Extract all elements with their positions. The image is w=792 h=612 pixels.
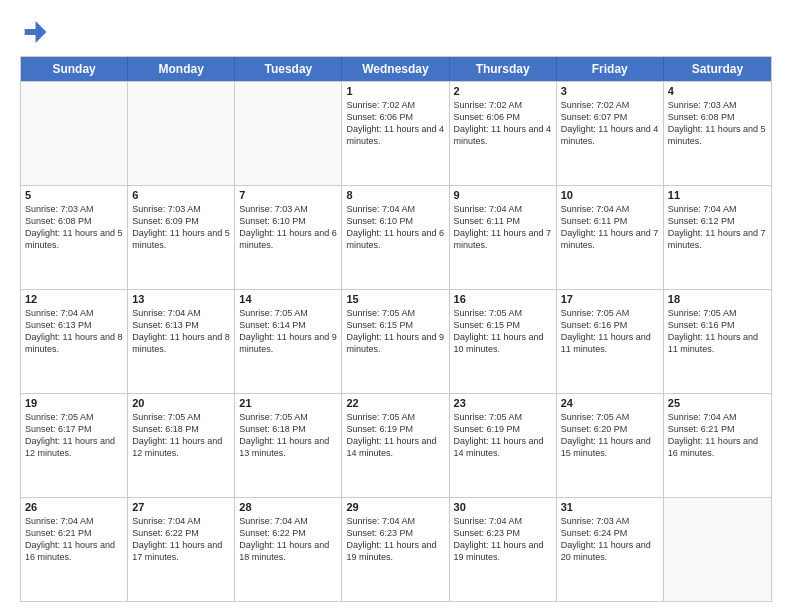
calendar-cell: 9Sunrise: 7:04 AM Sunset: 6:11 PM Daylig… [450, 186, 557, 289]
calendar-cell: 26Sunrise: 7:04 AM Sunset: 6:21 PM Dayli… [21, 498, 128, 601]
calendar: SundayMondayTuesdayWednesdayThursdayFrid… [20, 56, 772, 602]
day-number: 24 [561, 397, 659, 409]
calendar-cell [664, 498, 771, 601]
calendar-cell: 12Sunrise: 7:04 AM Sunset: 6:13 PM Dayli… [21, 290, 128, 393]
day-info: Sunrise: 7:04 AM Sunset: 6:13 PM Dayligh… [25, 307, 123, 356]
day-info: Sunrise: 7:04 AM Sunset: 6:10 PM Dayligh… [346, 203, 444, 252]
logo-icon [20, 18, 48, 46]
calendar-cell: 27Sunrise: 7:04 AM Sunset: 6:22 PM Dayli… [128, 498, 235, 601]
day-number: 8 [346, 189, 444, 201]
day-number: 30 [454, 501, 552, 513]
calendar-cell: 16Sunrise: 7:05 AM Sunset: 6:15 PM Dayli… [450, 290, 557, 393]
calendar-header: SundayMondayTuesdayWednesdayThursdayFrid… [21, 57, 771, 81]
calendar-row-2: 12Sunrise: 7:04 AM Sunset: 6:13 PM Dayli… [21, 289, 771, 393]
day-info: Sunrise: 7:02 AM Sunset: 6:06 PM Dayligh… [454, 99, 552, 148]
day-info: Sunrise: 7:04 AM Sunset: 6:11 PM Dayligh… [561, 203, 659, 252]
calendar-cell: 22Sunrise: 7:05 AM Sunset: 6:19 PM Dayli… [342, 394, 449, 497]
weekday-header-tuesday: Tuesday [235, 57, 342, 81]
day-number: 16 [454, 293, 552, 305]
day-info: Sunrise: 7:05 AM Sunset: 6:15 PM Dayligh… [454, 307, 552, 356]
calendar-body: 1Sunrise: 7:02 AM Sunset: 6:06 PM Daylig… [21, 81, 771, 601]
day-info: Sunrise: 7:04 AM Sunset: 6:22 PM Dayligh… [132, 515, 230, 564]
day-number: 18 [668, 293, 767, 305]
day-number: 3 [561, 85, 659, 97]
weekday-header-sunday: Sunday [21, 57, 128, 81]
weekday-header-saturday: Saturday [664, 57, 771, 81]
day-info: Sunrise: 7:04 AM Sunset: 6:23 PM Dayligh… [346, 515, 444, 564]
day-info: Sunrise: 7:04 AM Sunset: 6:23 PM Dayligh… [454, 515, 552, 564]
day-number: 15 [346, 293, 444, 305]
calendar-cell: 20Sunrise: 7:05 AM Sunset: 6:18 PM Dayli… [128, 394, 235, 497]
calendar-cell: 28Sunrise: 7:04 AM Sunset: 6:22 PM Dayli… [235, 498, 342, 601]
weekday-header-wednesday: Wednesday [342, 57, 449, 81]
calendar-row-0: 1Sunrise: 7:02 AM Sunset: 6:06 PM Daylig… [21, 81, 771, 185]
day-number: 22 [346, 397, 444, 409]
weekday-header-friday: Friday [557, 57, 664, 81]
calendar-cell: 3Sunrise: 7:02 AM Sunset: 6:07 PM Daylig… [557, 82, 664, 185]
day-number: 14 [239, 293, 337, 305]
day-info: Sunrise: 7:03 AM Sunset: 6:09 PM Dayligh… [132, 203, 230, 252]
day-number: 6 [132, 189, 230, 201]
day-info: Sunrise: 7:04 AM Sunset: 6:11 PM Dayligh… [454, 203, 552, 252]
day-info: Sunrise: 7:03 AM Sunset: 6:10 PM Dayligh… [239, 203, 337, 252]
day-info: Sunrise: 7:05 AM Sunset: 6:19 PM Dayligh… [346, 411, 444, 460]
day-info: Sunrise: 7:05 AM Sunset: 6:18 PM Dayligh… [132, 411, 230, 460]
day-number: 12 [25, 293, 123, 305]
day-info: Sunrise: 7:03 AM Sunset: 6:24 PM Dayligh… [561, 515, 659, 564]
day-info: Sunrise: 7:05 AM Sunset: 6:14 PM Dayligh… [239, 307, 337, 356]
calendar-cell: 13Sunrise: 7:04 AM Sunset: 6:13 PM Dayli… [128, 290, 235, 393]
day-number: 19 [25, 397, 123, 409]
day-number: 9 [454, 189, 552, 201]
day-number: 10 [561, 189, 659, 201]
calendar-cell: 25Sunrise: 7:04 AM Sunset: 6:21 PM Dayli… [664, 394, 771, 497]
day-info: Sunrise: 7:05 AM Sunset: 6:15 PM Dayligh… [346, 307, 444, 356]
page: SundayMondayTuesdayWednesdayThursdayFrid… [0, 0, 792, 612]
calendar-cell: 10Sunrise: 7:04 AM Sunset: 6:11 PM Dayli… [557, 186, 664, 289]
calendar-cell: 31Sunrise: 7:03 AM Sunset: 6:24 PM Dayli… [557, 498, 664, 601]
calendar-cell: 21Sunrise: 7:05 AM Sunset: 6:18 PM Dayli… [235, 394, 342, 497]
calendar-cell: 1Sunrise: 7:02 AM Sunset: 6:06 PM Daylig… [342, 82, 449, 185]
calendar-cell [128, 82, 235, 185]
day-info: Sunrise: 7:04 AM Sunset: 6:12 PM Dayligh… [668, 203, 767, 252]
day-info: Sunrise: 7:04 AM Sunset: 6:22 PM Dayligh… [239, 515, 337, 564]
day-number: 21 [239, 397, 337, 409]
calendar-cell: 15Sunrise: 7:05 AM Sunset: 6:15 PM Dayli… [342, 290, 449, 393]
day-number: 11 [668, 189, 767, 201]
day-number: 31 [561, 501, 659, 513]
calendar-cell: 19Sunrise: 7:05 AM Sunset: 6:17 PM Dayli… [21, 394, 128, 497]
calendar-row-1: 5Sunrise: 7:03 AM Sunset: 6:08 PM Daylig… [21, 185, 771, 289]
calendar-cell: 6Sunrise: 7:03 AM Sunset: 6:09 PM Daylig… [128, 186, 235, 289]
day-info: Sunrise: 7:04 AM Sunset: 6:21 PM Dayligh… [25, 515, 123, 564]
svg-marker-0 [25, 21, 47, 43]
calendar-cell: 5Sunrise: 7:03 AM Sunset: 6:08 PM Daylig… [21, 186, 128, 289]
day-info: Sunrise: 7:05 AM Sunset: 6:16 PM Dayligh… [561, 307, 659, 356]
day-info: Sunrise: 7:05 AM Sunset: 6:20 PM Dayligh… [561, 411, 659, 460]
calendar-cell: 4Sunrise: 7:03 AM Sunset: 6:08 PM Daylig… [664, 82, 771, 185]
calendar-cell: 14Sunrise: 7:05 AM Sunset: 6:14 PM Dayli… [235, 290, 342, 393]
calendar-cell [235, 82, 342, 185]
weekday-header-thursday: Thursday [450, 57, 557, 81]
day-number: 26 [25, 501, 123, 513]
day-info: Sunrise: 7:05 AM Sunset: 6:16 PM Dayligh… [668, 307, 767, 356]
day-number: 7 [239, 189, 337, 201]
day-info: Sunrise: 7:02 AM Sunset: 6:06 PM Dayligh… [346, 99, 444, 148]
calendar-cell: 17Sunrise: 7:05 AM Sunset: 6:16 PM Dayli… [557, 290, 664, 393]
day-number: 4 [668, 85, 767, 97]
day-info: Sunrise: 7:05 AM Sunset: 6:17 PM Dayligh… [25, 411, 123, 460]
logo [20, 18, 52, 46]
day-info: Sunrise: 7:03 AM Sunset: 6:08 PM Dayligh… [25, 203, 123, 252]
day-number: 17 [561, 293, 659, 305]
calendar-row-3: 19Sunrise: 7:05 AM Sunset: 6:17 PM Dayli… [21, 393, 771, 497]
day-number: 29 [346, 501, 444, 513]
day-number: 13 [132, 293, 230, 305]
day-info: Sunrise: 7:03 AM Sunset: 6:08 PM Dayligh… [668, 99, 767, 148]
calendar-cell: 23Sunrise: 7:05 AM Sunset: 6:19 PM Dayli… [450, 394, 557, 497]
calendar-cell: 29Sunrise: 7:04 AM Sunset: 6:23 PM Dayli… [342, 498, 449, 601]
calendar-cell: 30Sunrise: 7:04 AM Sunset: 6:23 PM Dayli… [450, 498, 557, 601]
calendar-row-4: 26Sunrise: 7:04 AM Sunset: 6:21 PM Dayli… [21, 497, 771, 601]
weekday-header-monday: Monday [128, 57, 235, 81]
calendar-cell: 2Sunrise: 7:02 AM Sunset: 6:06 PM Daylig… [450, 82, 557, 185]
day-number: 28 [239, 501, 337, 513]
calendar-cell: 11Sunrise: 7:04 AM Sunset: 6:12 PM Dayli… [664, 186, 771, 289]
day-info: Sunrise: 7:04 AM Sunset: 6:21 PM Dayligh… [668, 411, 767, 460]
